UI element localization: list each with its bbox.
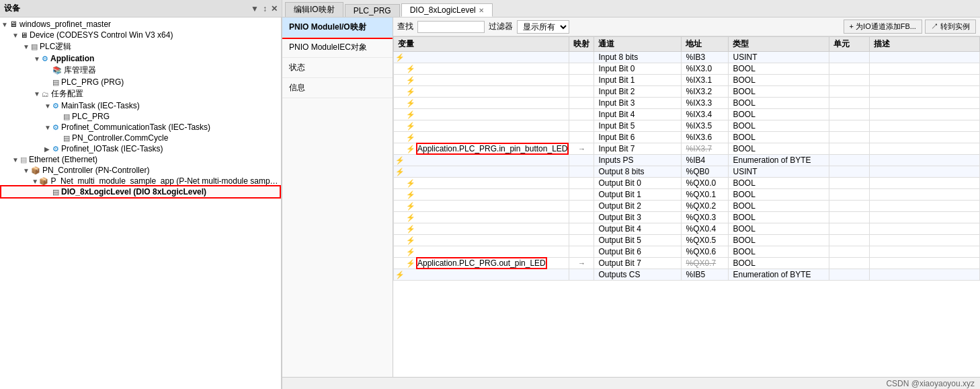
table-row[interactable]: ⚡Input Bit 1%IX3.1BOOL (394, 75, 980, 86)
cell-channel: Input Bit 5 (594, 120, 682, 132)
cell-channel: Output Bit 2 (594, 201, 682, 212)
cell-mapping (569, 246, 594, 258)
col-desc: 描述 (870, 37, 980, 52)
panel-move-icon[interactable]: ↕ (263, 4, 267, 13)
expand-icon: ▼ (34, 90, 42, 98)
tree-item-device[interactable]: ▼ 🖥 Device (CODESYS Control Win V3 x64) (1, 30, 280, 40)
cell-mapping (569, 201, 594, 212)
table-row[interactable]: ⚡Input Bit 4%IX3.4BOOL (394, 109, 980, 120)
cell-channel: Input Bit 0 (594, 63, 682, 75)
cell-description (870, 201, 980, 212)
cell-unit (829, 235, 870, 246)
add-fb-button[interactable]: + 为IO通道添加FB... (844, 20, 922, 34)
tree-item-application[interactable]: ▼ ⚙ Application (1, 53, 280, 64)
tree-item-plc-prg2[interactable]: ▤ PLC_PRG (1, 111, 280, 122)
table-row[interactable]: ⚡Input 8 bits%IB3USINT (394, 52, 980, 63)
panel-close-icon[interactable]: ✕ (271, 4, 278, 13)
cell-type: USINT (729, 166, 829, 178)
tree-item-p-net-multi[interactable]: ▼ 📦 P_Net_multi_module_sample_app (P-Net… (1, 176, 280, 186)
prg-icon3: ▤ (63, 134, 70, 143)
cell-mapping (569, 223, 594, 235)
cell-mapping (569, 178, 594, 189)
tree-item-profinet-iotask[interactable]: ▶ ⚙ Profinet_IOTask (IEC-Tasks) (1, 143, 280, 154)
tree-item-plc-logic[interactable]: ▼ ▤ PLC逻辑 (1, 40, 280, 53)
cell-variable: ⚡ (394, 246, 569, 258)
plc-icon: ▤ (31, 42, 38, 51)
table-row[interactable]: ⚡Input Bit 2%IX3.2BOOL (394, 86, 980, 98)
cell-address: %QX0.1 (682, 189, 729, 201)
variable-value-highlighted: Application.PLC_PRG.in_pin_button_LED (417, 144, 567, 153)
table-row[interactable]: ⚡Output Bit 6%QX0.6BOOL (394, 246, 980, 258)
cell-address: %IX3.7 (682, 143, 729, 155)
cell-channel: Input Bit 2 (594, 86, 682, 98)
table-row[interactable]: ⚡Input Bit 6%IX3.6BOOL (394, 132, 980, 143)
tree-label: MainTask (IEC-Tasks) (61, 101, 140, 110)
cell-mapping (569, 132, 594, 143)
tab-dio-close[interactable]: ✕ (479, 7, 484, 14)
cell-mapping (569, 212, 594, 223)
cell-unit (829, 166, 870, 178)
cell-type: BOOL (729, 201, 829, 212)
nav-item-status[interactable]: 状态 (282, 58, 393, 78)
row-signal-icon: ⚡ (406, 179, 415, 188)
row-signal-icon: ⚡ (406, 87, 415, 96)
search-input[interactable] (417, 21, 485, 33)
nav-item-pnio-map[interactable]: PNIO ModuleI/O映射 (282, 17, 393, 38)
table-row[interactable]: ⚡Application.PLC_PRG.in_pin_button_LED→I… (394, 143, 980, 155)
table-row[interactable]: ⚡Output 8 bits%QB0USINT (394, 166, 980, 178)
tab-plc-prg[interactable]: PLC_PRG (345, 4, 400, 17)
table-row[interactable]: ⚡Output Bit 1%QX0.1BOOL (394, 189, 980, 201)
nav-item-pnio-iec[interactable]: PNIO ModuleIEC对象 (282, 38, 393, 58)
cell-type: BOOL (729, 223, 829, 235)
tree-item-task-config[interactable]: ▼ 🗂 任务配置 (1, 87, 280, 100)
cell-unit (829, 98, 870, 109)
table-row[interactable]: ⚡Output Bit 2%QX0.2BOOL (394, 201, 980, 212)
cell-description (870, 269, 980, 281)
table-row[interactable]: ⚡Output Bit 5%QX0.5BOOL (394, 235, 980, 246)
cell-description (870, 75, 980, 86)
cell-description (870, 246, 980, 258)
table-row[interactable]: ⚡Output Bit 4%QX0.4BOOL (394, 223, 980, 235)
cell-variable: ⚡Application.PLC_PRG.out_pin_LED (394, 258, 569, 269)
cell-mapping (569, 120, 594, 132)
goto-instance-button[interactable]: ↗ 转到实例 (925, 20, 976, 34)
tree-item-pn-controller[interactable]: ▼ 📦 PN_Controller (PN-Controller) (1, 165, 280, 176)
tree-item-profinet-comm[interactable]: ▼ ⚙ Profinet_CommunicationTask (IEC-Task… (1, 122, 280, 133)
panel-pin-icon[interactable]: ▼ (251, 4, 259, 13)
tree-item-main-task[interactable]: ▼ ⚙ MainTask (IEC-Tasks) (1, 100, 280, 111)
tree-item-pn-comm-cycle[interactable]: ▤ PN_Controller.CommCycle (1, 133, 280, 143)
tree-item-plc-prg[interactable]: ▤ PLC_PRG (PRG) (1, 77, 280, 87)
row-signal-icon: ⚡ (395, 156, 405, 165)
tree-item-windows[interactable]: ▼ 🖥 windows_profinet_master (1, 19, 280, 30)
table-row[interactable]: ⚡Output Bit 3%QX0.3BOOL (394, 212, 980, 223)
cell-type: BOOL (729, 120, 829, 132)
tree-item-dio[interactable]: ▤ DIO_8xLogicLevel (DIO 8xLogicLevel) (1, 186, 280, 197)
table-row[interactable]: ⚡Input Bit 3%IX3.3BOOL (394, 98, 980, 109)
table-row[interactable]: ⚡Input Bit 0%IX3.0BOOL (394, 63, 980, 75)
row-signal-icon: ⚡ (406, 122, 415, 131)
nav-item-info[interactable]: 信息 (282, 78, 393, 98)
expand-icon: ▼ (32, 178, 39, 185)
tree-item-lib-manager[interactable]: 📚 库管理器 (1, 64, 280, 77)
cell-description (870, 189, 980, 201)
tab-dio[interactable]: DIO_8xLogicLevel ✕ (401, 3, 493, 17)
cell-variable: ⚡ (394, 155, 569, 166)
table-row[interactable]: ⚡Application.PLC_PRG.out_pin_LED→Output … (394, 258, 980, 269)
cell-description (870, 132, 980, 143)
cell-mapping (569, 63, 594, 75)
tree-label: DIO_8xLogicLevel (DIO 8xLogicLevel) (61, 187, 206, 197)
table-row[interactable]: ⚡Outputs CS%IB5Enumeration of BYTE (394, 269, 980, 281)
tree-item-ethernet[interactable]: ▼ ▤ Ethernet (Ethernet) (1, 154, 280, 165)
cell-type: BOOL (729, 132, 829, 143)
table-row[interactable]: ⚡Input Bit 5%IX3.5BOOL (394, 120, 980, 132)
tree-label: 库管理器 (64, 65, 96, 76)
mapping-arrow-icon: → (578, 145, 585, 153)
table-row[interactable]: ⚡Inputs PS%IB4Enumeration of BYTE (394, 155, 980, 166)
tree-label: PLC逻辑 (40, 41, 71, 52)
cell-variable: ⚡ (394, 75, 569, 86)
filter-select[interactable]: 显示所有 (517, 20, 569, 34)
row-signal-icon: ⚡ (395, 168, 405, 176)
cell-description (870, 258, 980, 269)
tab-edit-io[interactable]: 编辑IO映射 (285, 2, 343, 17)
table-row[interactable]: ⚡Output Bit 0%QX0.0BOOL (394, 178, 980, 189)
